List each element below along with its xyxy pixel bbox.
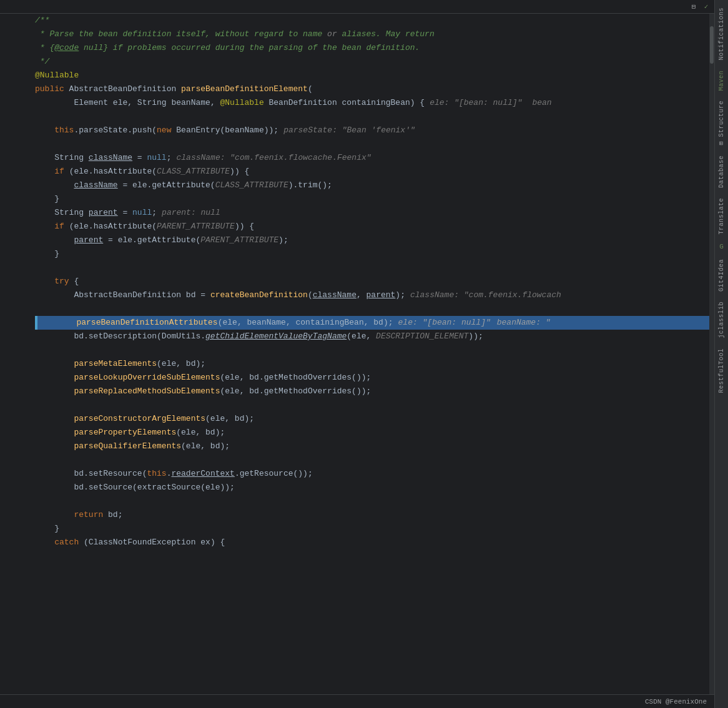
code-line <box>35 453 714 467</box>
sidebar-tab-jclasslib[interactable]: jclasslib <box>717 297 726 343</box>
code-line: } <box>35 247 714 261</box>
code-line <box>35 137 714 151</box>
code-container: /** * Parse the bean definition itself, … <box>0 14 714 694</box>
scroll-thumb[interactable] <box>710 26 714 64</box>
code-line: /** <box>35 14 714 27</box>
structure-icon: ⊞ <box>718 141 725 145</box>
code-line: public AbstractBeanDefinition parseBeanD… <box>35 82 714 96</box>
sidebar-tab-maven[interactable]: Maven <box>717 66 726 96</box>
code-line: */ <box>35 55 714 69</box>
sidebar-tab-database[interactable]: Database <box>717 150 726 193</box>
code-line: parseReplacedMethodSubElements(ele, bd.g… <box>35 385 714 398</box>
code-line: parent = ele.getAttribute(PARENT_ATTRIBU… <box>35 234 714 247</box>
code-line: parseConstructorArgElements(ele, bd); <box>35 412 714 426</box>
sidebar-tab-translate[interactable]: Translate <box>717 193 726 240</box>
code-line: try { <box>35 275 714 288</box>
code-content: /** * Parse the bean definition itself, … <box>30 14 714 694</box>
scroll-indicator[interactable] <box>709 14 714 694</box>
code-line: @Nullable <box>35 69 714 82</box>
code-line: catch (ClassNotFoundException ex) { <box>35 536 714 549</box>
editor-area: ⊟ ✓ <box>0 0 714 708</box>
checkmark-icon[interactable]: ✓ <box>701 1 712 12</box>
code-line: parseMetaElements(ele, bd); <box>35 357 714 371</box>
code-line: parseLookupOverrideSubElements(ele, bd.g… <box>35 371 714 385</box>
toggle-icon[interactable]: ⊟ <box>688 1 699 12</box>
bottom-text: CSDN @FeenixOne <box>645 698 707 706</box>
code-line: String className = null;className: "com.… <box>35 151 714 165</box>
code-line: parseQualifierElements(ele, bd); <box>35 440 714 453</box>
code-line <box>35 343 714 357</box>
highlighted-code-line: parseBeanDefinitionAttributes(ele, beanN… <box>35 316 714 330</box>
code-line: if (ele.hasAttribute(CLASS_ATTRIBUTE)) { <box>35 165 714 179</box>
bottom-bar: CSDN @FeenixOne <box>0 694 714 708</box>
right-sidebar: Notifications Maven ⊞ Structure Database… <box>714 0 728 708</box>
code-line <box>35 110 714 124</box>
code-line <box>35 494 714 508</box>
sidebar-tab-git4idea[interactable]: Git4Idea <box>717 254 726 297</box>
code-line: bd.setDescription(DomUtils.getChildEleme… <box>35 330 714 343</box>
code-line: * Parse the bean definition itself, with… <box>35 27 714 41</box>
code-line <box>35 302 714 316</box>
sidebar-icon-git4idea[interactable]: G <box>717 242 727 252</box>
code-line: String parent = null;parent: null <box>35 206 714 220</box>
code-line: } <box>35 522 714 536</box>
top-bar: ⊟ ✓ <box>0 0 714 14</box>
code-line: * {@code null} if problems occurred duri… <box>35 41 714 55</box>
sidebar-tab-structure[interactable]: ⊞ Structure <box>717 96 726 150</box>
code-line: } <box>35 192 714 206</box>
code-line: bd.setSource(extractSource(ele)); <box>35 481 714 494</box>
line-gutter <box>0 14 30 694</box>
code-line: AbstractBeanDefinition bd = createBeanDe… <box>35 288 714 302</box>
code-line <box>35 398 714 412</box>
code-line: this.parseState.push(new BeanEntry(beanN… <box>35 124 714 137</box>
sidebar-tab-restfultool[interactable]: RestfulTool <box>717 343 726 398</box>
code-line: className = ele.getAttribute(CLASS_ATTRI… <box>35 179 714 192</box>
sidebar-tab-notifications[interactable]: Notifications <box>717 2 726 66</box>
code-line: if (ele.hasAttribute(PARENT_ATTRIBUTE)) … <box>35 220 714 234</box>
code-line: bd.setResource(this.readerContext.getRes… <box>35 467 714 481</box>
code-line: return bd; <box>35 508 714 522</box>
code-line <box>35 261 714 275</box>
code-line: parsePropertyElements(ele, bd); <box>35 426 714 440</box>
code-line: Element ele, String beanName, @Nullable … <box>35 96 714 110</box>
